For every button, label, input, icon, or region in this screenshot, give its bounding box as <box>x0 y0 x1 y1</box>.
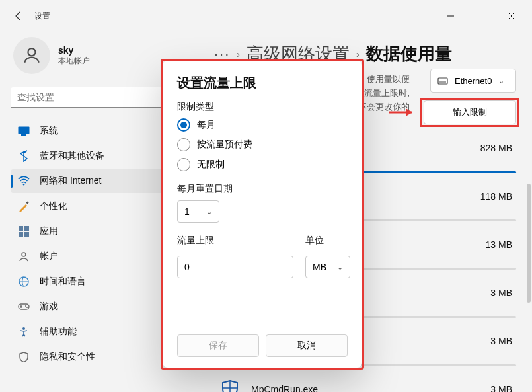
app-size: 3 MB <box>490 336 512 346</box>
svg-point-15 <box>26 307 28 308</box>
data-limit-input[interactable] <box>177 256 293 278</box>
svg-rect-6 <box>26 201 28 204</box>
enter-limit-button[interactable]: 输入限制 <box>424 100 516 124</box>
sidebar-item-label: 帐户 <box>40 251 58 262</box>
cancel-label: 取消 <box>297 340 316 352</box>
accounts-icon <box>17 250 30 263</box>
radio-label: 每月 <box>197 119 215 131</box>
chevron-right-icon: › <box>356 49 360 59</box>
avatar <box>13 37 50 74</box>
app-size: 13 MB <box>486 239 512 250</box>
radio-prepaid[interactable]: 按流量预付费 <box>177 138 348 151</box>
dialog-title: 设置流量上限 <box>177 74 348 92</box>
svg-rect-17 <box>438 78 447 84</box>
titlebar: 设置 <box>0 0 532 32</box>
limit-type-label: 限制类型 <box>177 101 348 113</box>
sidebar-item-label: 时间和语言 <box>40 276 86 288</box>
system-icon <box>17 124 30 137</box>
radio-label: 无限制 <box>197 159 225 171</box>
maximize-button[interactable] <box>466 5 496 26</box>
breadcrumb-overflow[interactable]: ··· <box>214 46 230 63</box>
time-language-icon <box>17 275 30 288</box>
cancel-button[interactable]: 取消 <box>266 334 348 357</box>
reset-day-value: 1 <box>184 206 190 217</box>
sidebar-item-label: 隐私和安全性 <box>40 351 95 363</box>
svg-rect-8 <box>24 226 29 231</box>
sidebar-item-label: 网络和 Internet <box>40 175 101 187</box>
svg-rect-7 <box>19 226 23 231</box>
data-limit-dialog: 设置流量上限 限制类型 每月 按流量预付费 无限制 每月重置日期 1 ⌄ 流量上… <box>163 61 362 368</box>
user-row[interactable]: sky 本地帐户 <box>11 32 188 87</box>
scrollbar-thumb[interactable] <box>527 184 531 303</box>
app-name: MpCmdRun.exe <box>251 384 318 392</box>
sidebar-item-personalization[interactable]: 个性化 <box>11 194 188 218</box>
svg-point-11 <box>22 253 26 256</box>
sidebar-item-label: 应用 <box>40 225 58 237</box>
apps-icon <box>17 225 30 238</box>
sidebar-item-label: 系统 <box>40 125 58 137</box>
svg-point-16 <box>22 327 25 330</box>
network-adapter-select[interactable]: Ethernet0 ⌄ <box>430 69 516 93</box>
defender-icon <box>218 377 242 392</box>
sidebar-item-gaming[interactable]: 游戏 <box>11 295 188 319</box>
radio-icon <box>177 158 190 171</box>
chevron-down-icon: ⌄ <box>206 208 212 216</box>
page-title: 数据使用量 <box>366 42 452 65</box>
sidebar-item-label: 游戏 <box>40 301 58 313</box>
sidebar-item-label: 蓝牙和其他设备 <box>40 150 104 162</box>
sidebar-item-accessibility[interactable]: 辅助功能 <box>11 320 188 344</box>
bluetooth-icon <box>17 149 30 163</box>
sidebar-item-label: 辅助功能 <box>40 326 77 338</box>
svg-point-2 <box>28 48 35 56</box>
minimize-button[interactable] <box>436 5 466 26</box>
unit-value: MB <box>313 262 326 272</box>
gaming-icon <box>17 300 30 313</box>
radio-unlimited[interactable]: 无限制 <box>177 158 348 171</box>
svg-rect-1 <box>478 13 484 19</box>
svg-point-14 <box>25 305 26 307</box>
user-account-type: 本地帐户 <box>58 56 90 67</box>
back-button[interactable] <box>5 3 32 29</box>
sidebar-item-accounts[interactable]: 帐户 <box>11 245 188 268</box>
sidebar-item-time-language[interactable]: 时间和语言 <box>11 270 188 294</box>
svg-rect-4 <box>21 134 26 136</box>
data-limit-label: 流量上限 <box>177 235 293 247</box>
window-controls <box>436 5 527 26</box>
app-size: 118 MB <box>480 191 512 202</box>
sidebar-item-bluetooth[interactable]: 蓝牙和其他设备 <box>11 144 188 168</box>
save-label: 保存 <box>209 340 227 352</box>
radio-icon <box>177 118 190 132</box>
chevron-down-icon: ⌄ <box>498 77 504 85</box>
network-adapter-label: Ethernet0 <box>455 76 492 86</box>
app-size: 828 MB <box>480 143 512 153</box>
close-button[interactable] <box>496 5 527 26</box>
svg-rect-9 <box>19 232 23 237</box>
sidebar-item-label: 个性化 <box>40 200 67 212</box>
svg-rect-3 <box>19 127 30 134</box>
sidebar-item-privacy[interactable]: 隐私和安全性 <box>11 345 188 369</box>
sidebar-item-apps[interactable]: 应用 <box>11 219 188 243</box>
radio-icon <box>177 138 190 151</box>
ethernet-icon <box>437 76 448 85</box>
sidebar-item-network[interactable]: 网络和 Internet <box>11 169 188 193</box>
radio-monthly[interactable]: 每月 <box>177 118 348 132</box>
radio-label: 按流量预付费 <box>197 139 252 151</box>
search-input[interactable] <box>11 87 188 108</box>
chevron-down-icon: ⌄ <box>337 263 343 272</box>
window-title: 设置 <box>34 11 50 22</box>
reset-day-label: 每月重置日期 <box>177 183 348 195</box>
app-size: 3 MB <box>490 384 512 392</box>
chevron-right-icon: › <box>237 49 240 59</box>
wifi-icon <box>17 175 30 188</box>
reset-day-select[interactable]: 1 ⌄ <box>177 200 219 223</box>
svg-rect-10 <box>24 232 29 237</box>
svg-point-5 <box>23 184 24 185</box>
save-button[interactable]: 保存 <box>177 334 259 357</box>
personalize-icon <box>17 200 30 213</box>
sidebar-item-system[interactable]: 系统 <box>11 119 188 143</box>
sidebar-nav: 系统 蓝牙和其他设备 网络和 Internet 个性化 应用 帐户 <box>11 119 188 369</box>
app-size: 3 MB <box>490 288 512 298</box>
user-name: sky <box>58 45 90 56</box>
app-row: MpCmdRun.exe 3 MB <box>214 366 516 392</box>
unit-select[interactable]: MB ⌄ <box>305 256 350 278</box>
